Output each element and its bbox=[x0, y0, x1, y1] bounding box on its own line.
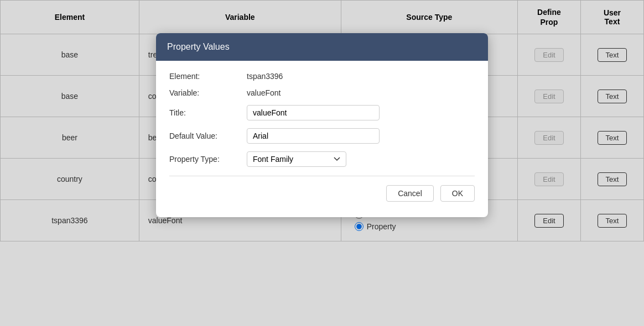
modal-variable-label: Variable: bbox=[169, 88, 247, 97]
cancel-button[interactable]: Cancel bbox=[386, 185, 434, 202]
modal-overlay: Property Values Element: tspan3396 Varia… bbox=[0, 0, 644, 326]
modal-property-type-label: Property Type: bbox=[169, 155, 247, 164]
modal-row-property-type: Property Type: Font Family Color Number … bbox=[169, 151, 475, 167]
modal-title: Property Values bbox=[167, 42, 230, 51]
modal-divider bbox=[169, 176, 475, 176]
modal-header: Property Values bbox=[156, 33, 488, 61]
modal-footer: Cancel OK bbox=[169, 185, 475, 206]
modal-element-value: tspan3396 bbox=[247, 72, 283, 81]
modal-row-element: Element: tspan3396 bbox=[169, 72, 475, 81]
modal-default-label: Default Value: bbox=[169, 132, 247, 140]
modal-title-input[interactable] bbox=[247, 105, 380, 120]
modal-variable-value: valueFont bbox=[247, 88, 281, 97]
property-values-modal: Property Values Element: tspan3396 Varia… bbox=[156, 33, 488, 217]
modal-default-input[interactable] bbox=[247, 128, 380, 144]
modal-title-label: Title: bbox=[169, 108, 247, 117]
main-container: Element Variable Source Type DefineProp … bbox=[0, 0, 644, 326]
modal-property-type-select[interactable]: Font Family Color Number Text bbox=[247, 151, 346, 167]
modal-element-label: Element: bbox=[169, 72, 247, 81]
modal-body: Element: tspan3396 Variable: valueFont T… bbox=[156, 61, 488, 217]
modal-row-variable: Variable: valueFont bbox=[169, 88, 475, 97]
modal-row-default: Default Value: bbox=[169, 128, 475, 144]
ok-button[interactable]: OK bbox=[440, 185, 475, 202]
modal-row-title: Title: bbox=[169, 105, 475, 120]
